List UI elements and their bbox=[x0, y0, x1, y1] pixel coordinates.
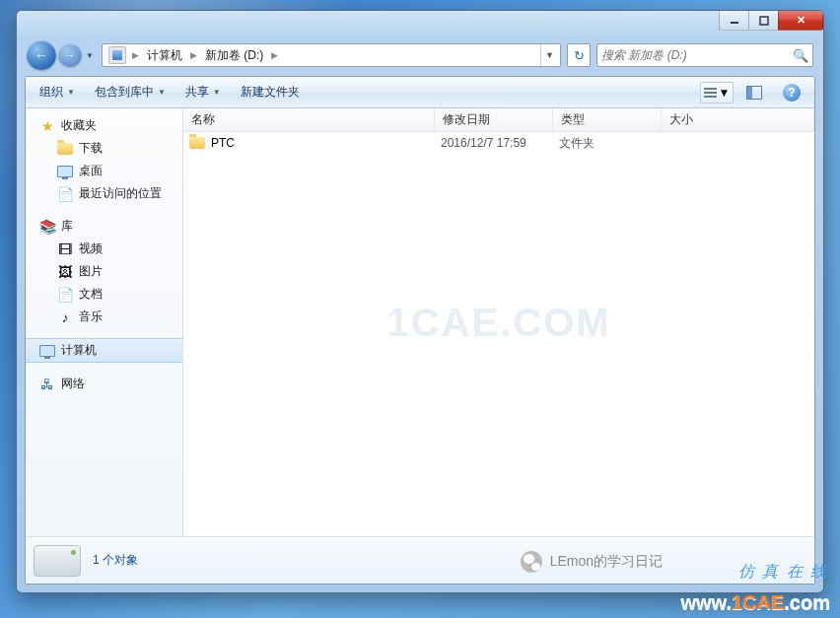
sidebar-item-desktop[interactable]: 桌面 bbox=[26, 160, 182, 182]
computer-label: 计算机 bbox=[61, 342, 97, 359]
list-item[interactable]: PTC 2016/12/7 17:59 文件夹 bbox=[183, 132, 814, 154]
column-name[interactable]: 名称 bbox=[183, 108, 435, 131]
organize-menu[interactable]: 组织▼ bbox=[32, 81, 83, 103]
music-label: 音乐 bbox=[79, 309, 103, 325]
documents-label: 文档 bbox=[79, 286, 103, 303]
star-icon: ★ bbox=[39, 118, 55, 134]
network-label: 网络 bbox=[61, 376, 85, 392]
minimize-button[interactable] bbox=[719, 11, 748, 31]
desktop-label: 桌面 bbox=[79, 163, 103, 179]
breadcrumb-sep-icon[interactable]: ▶ bbox=[269, 50, 280, 60]
videos-label: 视频 bbox=[79, 240, 103, 257]
toolbar: 组织▼ 包含到库中▼ 共享▼ 新建文件夹 ▼ ? bbox=[26, 77, 814, 108]
file-list[interactable]: PTC 2016/12/7 17:59 文件夹 bbox=[183, 132, 814, 536]
downloads-label: 下载 bbox=[79, 140, 103, 157]
content-pane: 名称 修改日期 类型 大小 PTC 2016/12/7 17:59 文件夹 1C… bbox=[183, 108, 814, 536]
view-options-button[interactable]: ▼ bbox=[700, 82, 734, 103]
sidebar-libraries[interactable]: 📚库 bbox=[26, 215, 182, 238]
column-headers: 名称 修改日期 类型 大小 bbox=[183, 108, 814, 132]
music-icon: ♪ bbox=[57, 309, 73, 325]
sidebar-item-videos[interactable]: 🎞视频 bbox=[26, 238, 182, 260]
details-pane: 1 个对象 bbox=[26, 536, 814, 584]
folder-icon bbox=[189, 135, 205, 151]
close-button[interactable]: ✕ bbox=[778, 11, 823, 31]
navigation-pane[interactable]: ★收藏夹 下载 桌面 📄最近访问的位置 📚库 🎞视频 🖼图片 📄文档 ♪音乐 计… bbox=[26, 108, 183, 536]
file-name: PTC bbox=[211, 136, 235, 150]
documents-icon: 📄 bbox=[57, 287, 73, 303]
sidebar-item-documents[interactable]: 📄文档 bbox=[26, 283, 182, 306]
libraries-label: 库 bbox=[61, 218, 73, 235]
desktop-icon bbox=[57, 164, 73, 179]
nav-back-button[interactable]: ← bbox=[27, 40, 56, 70]
breadcrumb-sep-icon: ▶ bbox=[130, 50, 141, 60]
wechat-watermark: LEmon的学习日记 bbox=[521, 551, 663, 573]
libraries-icon: 📚 bbox=[39, 219, 55, 235]
site-www: www. bbox=[680, 591, 731, 613]
explorer-window: ✕ ← → ▼ ▶ 计算机 ▶ 新加卷 (D:) ▶ ▼ ↻ 🔍 组织▼ 包含到… bbox=[16, 10, 824, 593]
address-bar[interactable]: ▶ 计算机 ▶ 新加卷 (D:) ▶ ▼ bbox=[102, 43, 561, 67]
watermark-site: www.1CAE.com bbox=[680, 591, 830, 614]
breadcrumb-drive[interactable]: 新加卷 (D:) bbox=[199, 44, 269, 66]
help-icon: ? bbox=[783, 84, 801, 102]
details-count: 1 个对象 bbox=[93, 552, 138, 569]
favorites-label: 收藏夹 bbox=[61, 117, 97, 134]
file-type: 文件夹 bbox=[559, 135, 667, 152]
nav-history-dropdown[interactable]: ▼ bbox=[84, 43, 96, 67]
search-box[interactable]: 🔍 bbox=[596, 43, 813, 67]
include-in-library-menu[interactable]: 包含到库中▼ bbox=[87, 81, 174, 103]
sidebar-favorites[interactable]: ★收藏夹 bbox=[26, 114, 182, 137]
share-menu[interactable]: 共享▼ bbox=[177, 81, 229, 103]
column-type[interactable]: 类型 bbox=[553, 108, 662, 131]
file-modified: 2016/12/7 17:59 bbox=[441, 136, 559, 150]
new-folder-button[interactable]: 新建文件夹 bbox=[233, 81, 308, 103]
wechat-icon bbox=[521, 551, 542, 573]
site-tld: .com bbox=[784, 591, 830, 613]
svg-rect-1 bbox=[760, 17, 768, 25]
organize-label: 组织 bbox=[39, 84, 63, 101]
view-list-icon bbox=[704, 88, 717, 98]
column-size[interactable]: 大小 bbox=[662, 108, 814, 131]
maximize-button[interactable] bbox=[748, 11, 778, 31]
preview-pane-button[interactable] bbox=[737, 82, 771, 103]
recent-label: 最近访问的位置 bbox=[79, 185, 162, 202]
recent-icon: 📄 bbox=[57, 186, 73, 202]
address-bar-row: ← → ▼ ▶ 计算机 ▶ 新加卷 (D:) ▶ ▼ ↻ 🔍 bbox=[27, 40, 813, 70]
breadcrumb-computer[interactable]: 计算机 bbox=[141, 44, 188, 66]
watermark-tag: 仿 真 在 线 bbox=[738, 562, 828, 583]
new-folder-label: 新建文件夹 bbox=[241, 84, 300, 101]
sidebar-network[interactable]: 🖧网络 bbox=[26, 373, 182, 395]
titlebar[interactable]: ✕ bbox=[17, 11, 823, 38]
search-icon[interactable]: 🔍 bbox=[793, 48, 808, 63]
wechat-label: LEmon的学习日记 bbox=[550, 553, 663, 571]
sidebar-computer[interactable]: 计算机 bbox=[26, 338, 182, 363]
share-label: 共享 bbox=[185, 84, 209, 101]
drive-large-icon bbox=[34, 545, 81, 577]
drive-icon bbox=[108, 46, 126, 64]
include-label: 包含到库中 bbox=[95, 84, 154, 101]
sidebar-item-downloads[interactable]: 下载 bbox=[26, 137, 182, 160]
refresh-button[interactable]: ↻ bbox=[567, 43, 591, 67]
column-modified[interactable]: 修改日期 bbox=[435, 108, 553, 131]
help-button[interactable]: ? bbox=[775, 82, 808, 103]
address-dropdown[interactable]: ▼ bbox=[540, 44, 558, 66]
videos-icon: 🎞 bbox=[57, 241, 73, 257]
sidebar-item-pictures[interactable]: 🖼图片 bbox=[26, 260, 182, 283]
sidebar-item-recent[interactable]: 📄最近访问的位置 bbox=[26, 182, 182, 205]
network-icon: 🖧 bbox=[39, 377, 55, 392]
site-name: 1CAE bbox=[732, 591, 784, 613]
breadcrumb-sep-icon[interactable]: ▶ bbox=[188, 50, 199, 60]
nav-forward-button[interactable]: → bbox=[58, 43, 82, 67]
preview-pane-icon bbox=[746, 86, 762, 100]
downloads-icon bbox=[57, 141, 73, 157]
search-input[interactable] bbox=[601, 48, 793, 62]
chevron-down-icon: ▼ bbox=[719, 86, 731, 100]
sidebar-item-music[interactable]: ♪音乐 bbox=[26, 306, 182, 328]
pictures-icon: 🖼 bbox=[57, 264, 73, 280]
computer-icon bbox=[39, 343, 55, 359]
pictures-label: 图片 bbox=[79, 263, 103, 280]
